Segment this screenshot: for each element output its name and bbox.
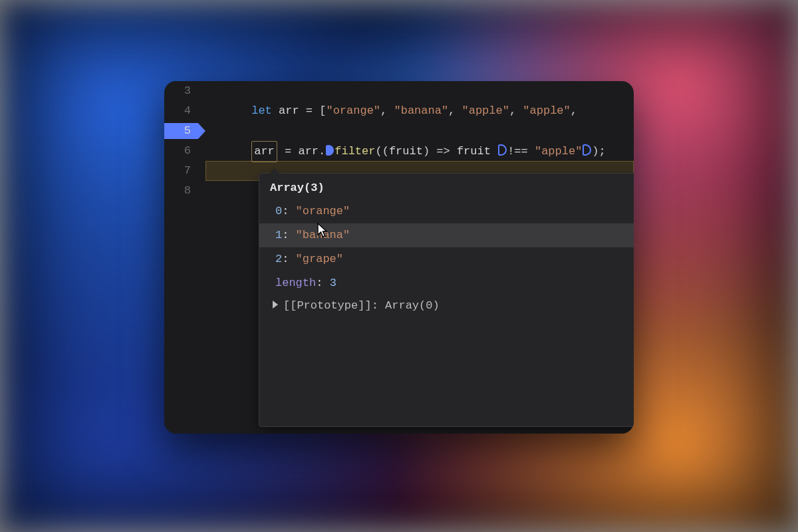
line-number[interactable]: 6 [164, 141, 191, 161]
tooltip-title: Array(3) [259, 174, 634, 200]
comma: , [380, 104, 394, 117]
line-number-current[interactable]: 5 [164, 121, 191, 141]
paren-close: ); [592, 145, 605, 158]
string-literal: "orange" [326, 104, 380, 117]
keyword-let: let [251, 104, 272, 117]
entry-index: 2 [275, 253, 282, 265]
identifier-arr: arr [279, 104, 299, 117]
function-filter: filter [334, 145, 375, 158]
arrow-op: ) => [423, 145, 457, 158]
length-key: length [275, 277, 316, 289]
inline-breakpoint-outline-icon[interactable] [498, 144, 507, 156]
bracket-open: [ [319, 104, 326, 117]
entry-value: "orange" [296, 205, 350, 217]
identifier-arr: arr [298, 145, 319, 158]
identifier-arr: arr [254, 145, 275, 158]
entry-sep: : [282, 229, 295, 241]
param-fruit: fruit [389, 145, 423, 158]
tooltip-length[interactable]: length: 3 [259, 271, 634, 295]
entry-index: 0 [275, 205, 282, 217]
tooltip-arrow-icon [269, 168, 281, 174]
string-literal: "apple" [462, 104, 509, 117]
code-area[interactable]: let arr = ["orange", "banana", "apple", … [205, 81, 634, 434]
line-number[interactable]: 7 [164, 161, 191, 181]
inline-breakpoint-outline-icon[interactable] [583, 144, 591, 156]
tooltip-entry[interactable]: 0: "orange" [259, 200, 634, 223]
string-literal: "apple" [523, 104, 570, 117]
comma: , [448, 104, 462, 117]
comma: , [571, 104, 584, 117]
prototype-key: [[Prototype]] [283, 299, 372, 312]
line-number[interactable]: 8 [164, 181, 191, 201]
operator-neq: !== [507, 145, 535, 158]
param-fruit: fruit [457, 145, 497, 158]
entry-value: "banana" [296, 229, 350, 241]
length-value: 3 [330, 277, 336, 289]
tooltip-entry[interactable]: 2: "grape" [259, 247, 634, 271]
disclosure-triangle-icon[interactable] [273, 301, 278, 309]
prototype-value: Array(0) [385, 299, 440, 312]
tooltip-prototype-row[interactable]: [[Prototype]]: Array(0) [259, 295, 634, 315]
paren-open: (( [375, 145, 388, 158]
prototype-sep: : [372, 299, 385, 312]
line-number[interactable]: 3 [164, 81, 191, 101]
length-sep: : [316, 277, 329, 289]
dot: . [319, 145, 325, 158]
tooltip-entry-hovered[interactable]: 1: "banana" [259, 223, 634, 247]
entry-index: 1 [275, 229, 282, 241]
code-line-5[interactable]: arr = arr.filter((fruit) => fruit !== "a… [211, 121, 634, 141]
comma: , [509, 104, 523, 117]
operator-eq: = [278, 145, 299, 158]
line-number[interactable]: 4 [164, 101, 191, 121]
code-line-3[interactable]: let arr = ["orange", "banana", "apple", … [211, 81, 634, 101]
entry-sep: : [282, 253, 295, 265]
entry-value: "grape" [296, 253, 343, 265]
hovered-variable-box[interactable]: arr [251, 141, 277, 162]
debug-hover-tooltip[interactable]: Array(3) 0: "orange" 1: "banana" 2: "gra… [259, 173, 634, 427]
string-literal: "apple" [535, 145, 582, 158]
entry-sep: : [282, 205, 295, 217]
inline-breakpoint-icon[interactable] [326, 145, 334, 156]
string-literal: "banana" [394, 104, 448, 117]
line-number-gutter: 3 4 5 6 7 8 [164, 81, 201, 434]
code-editor-window: 3 4 5 6 7 8 let arr = ["orange", "banana… [164, 81, 634, 434]
operator-eq: = [299, 104, 320, 117]
